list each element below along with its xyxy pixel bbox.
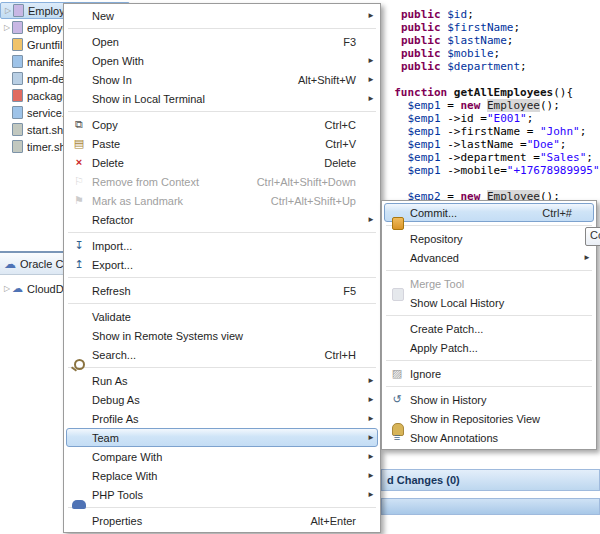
menu-item-show-local-history[interactable]: Show Local History — [384, 293, 594, 312]
menu-item-label: PHP Tools — [89, 489, 143, 501]
menu-item-paste[interactable]: ▤PasteCtrl+V — [66, 134, 378, 153]
submenu-arrow-icon: ► — [364, 414, 375, 423]
menu-item-label: Create Patch... — [407, 323, 483, 335]
menu-item-debug-as[interactable]: Debug As► — [66, 390, 378, 409]
menu-item-show-in-repositories-view[interactable]: Show in Repositories View — [384, 409, 594, 428]
menu-item-label: Import... — [89, 240, 132, 252]
history-icon: ↺ — [387, 390, 407, 409]
menu-item-delete[interactable]: ×DeleteDelete — [66, 153, 378, 172]
code-line: public $firstName; — [381, 21, 600, 34]
menu-item-label: Show In — [89, 74, 132, 86]
shell-file-icon — [12, 123, 23, 136]
tree-item-label: Gruntfil — [27, 39, 62, 51]
code-line: public $department; — [381, 60, 600, 73]
menu-item-search[interactable]: Search...Ctrl+H — [66, 345, 378, 364]
menu-item-remove-from-context: ⚐Remove from ContextCtrl+Alt+Shift+Down — [66, 172, 378, 191]
menu-item-php-tools[interactable]: PHP Tools► — [66, 485, 378, 504]
menu-item-shortcut: Ctrl+Alt+Shift+Up — [271, 195, 364, 207]
json-file-icon — [12, 89, 23, 102]
import-icon: ↧ — [69, 236, 89, 255]
cloud-icon: ☁ — [12, 282, 23, 295]
code-line: $emp1 ->id ="E001"; — [381, 112, 600, 125]
code-line: function getAllEmployees(){ — [381, 86, 600, 99]
staging-section-header[interactable] — [381, 498, 600, 515]
menu-item-shortcut: Alt+Enter — [310, 515, 364, 527]
submenu-arrow-icon: ► — [580, 253, 591, 262]
staging-section-header[interactable]: d Changes (0) — [381, 469, 600, 491]
context-menu: New►OpenF3Open With►Show InAlt+Shift+W►S… — [63, 3, 381, 533]
code-editor[interactable]: public $id; public $firstName; public $l… — [381, 0, 600, 230]
menu-item-replace-with[interactable]: Replace With► — [66, 466, 378, 485]
menu-item-profile-as[interactable]: Profile As► — [66, 409, 378, 428]
staging-section-label: d Changes (0) — [387, 474, 460, 486]
menu-item-apply-patch[interactable]: Apply Patch... — [384, 338, 594, 357]
menu-separator — [386, 386, 592, 387]
menu-item-ignore[interactable]: ▨Ignore — [384, 364, 594, 383]
menu-item-advanced[interactable]: Advanced► — [384, 248, 594, 267]
menu-item-label: Show Annotations — [407, 432, 498, 444]
menu-item-refresh[interactable]: RefreshF5 — [66, 281, 378, 300]
code-line: $emp1 ->lastName ="Doe"; — [381, 138, 600, 151]
menu-item-refactor[interactable]: Refactor► — [66, 210, 378, 229]
delete-icon: × — [69, 153, 89, 172]
menu-item-shortcut: Ctrl+C — [325, 119, 364, 131]
js-file-icon — [12, 38, 23, 51]
menu-item-open-with[interactable]: Open With► — [66, 51, 378, 70]
menu-item-copy[interactable]: ⧉CopyCtrl+C — [66, 115, 378, 134]
menu-separator — [386, 315, 592, 316]
tooltip-text: Com — [590, 229, 600, 241]
menu-item-label: Show in History — [407, 394, 486, 406]
menu-item-label: Ignore — [407, 368, 441, 380]
submenu-arrow-icon: ► — [364, 452, 375, 461]
menu-item-compare-with[interactable]: Compare With► — [66, 447, 378, 466]
menu-item-create-patch[interactable]: Create Patch... — [384, 319, 594, 338]
menu-item-label: Export... — [89, 259, 133, 271]
twisty-icon: ▷ — [2, 23, 12, 32]
menu-item-label: Delete — [89, 157, 124, 169]
menu-item-show-annotations[interactable]: ≡Show Annotations — [384, 428, 594, 447]
menu-item-label: Show in Local Terminal — [89, 93, 205, 105]
git-staging: d Changes (0) — [381, 450, 600, 534]
menu-item-show-in-remote-systems-view[interactable]: Show in Remote Systems view — [66, 326, 378, 345]
menu-item-label: Open — [89, 36, 119, 48]
tree-item-label: service. — [27, 107, 65, 119]
menu-item-shortcut: Ctrl+H — [325, 349, 364, 361]
submenu-arrow-icon: ► — [364, 376, 375, 385]
menu-item-label: Copy — [89, 119, 118, 131]
code-line: public $lastName; — [381, 34, 600, 47]
code-line: public $id; — [381, 8, 600, 21]
menu-item-run-as[interactable]: Run As► — [66, 371, 378, 390]
menu-item-show-in-local-terminal[interactable]: Show in Local Terminal► — [66, 89, 378, 108]
menu-separator — [68, 232, 376, 233]
menu-item-team[interactable]: Team► — [66, 428, 378, 447]
menu-item-shortcut: Ctrl+Alt+Shift+Down — [257, 176, 364, 188]
menu-item-label: Replace With — [89, 470, 157, 482]
menu-item-label: Show in Repositories View — [407, 413, 540, 425]
menu-item-label: Validate — [89, 311, 131, 323]
menu-item-open[interactable]: OpenF3 — [66, 32, 378, 51]
menu-item-validate[interactable]: Validate — [66, 307, 378, 326]
menu-item-export[interactable]: ↥Export... — [66, 255, 378, 274]
menu-item-label: Merge Tool — [407, 278, 464, 290]
menu-item-show-in[interactable]: Show InAlt+Shift+W► — [66, 70, 378, 89]
menu-item-repository[interactable]: Repository — [384, 229, 594, 248]
log-file-icon — [12, 72, 23, 85]
menu-item-import[interactable]: ↧Import... — [66, 236, 378, 255]
cloud-icon: ☁ — [4, 257, 16, 271]
menu-item-show-in-history[interactable]: ↺Show in History — [384, 390, 594, 409]
menu-item-properties[interactable]: PropertiesAlt+Enter — [66, 511, 378, 530]
submenu-arrow-icon: ► — [364, 94, 375, 103]
menu-item-label: New — [89, 10, 114, 22]
menu-separator — [68, 507, 376, 508]
menu-separator — [68, 367, 376, 368]
submenu-arrow-icon: ► — [364, 471, 375, 480]
menu-item-label: Debug As — [89, 394, 140, 406]
menu-item-label: Apply Patch... — [407, 342, 478, 354]
menu-item-label: Remove from Context — [89, 176, 199, 188]
menu-item-new[interactable]: New► — [66, 6, 378, 25]
menu-item-commit[interactable]: Commit...Ctrl+# — [384, 203, 594, 222]
submenu-arrow-icon: ► — [364, 490, 375, 499]
menu-item-shortcut: Delete — [324, 157, 364, 169]
code-line — [381, 177, 600, 190]
twisty-icon: ▷ — [3, 6, 13, 15]
